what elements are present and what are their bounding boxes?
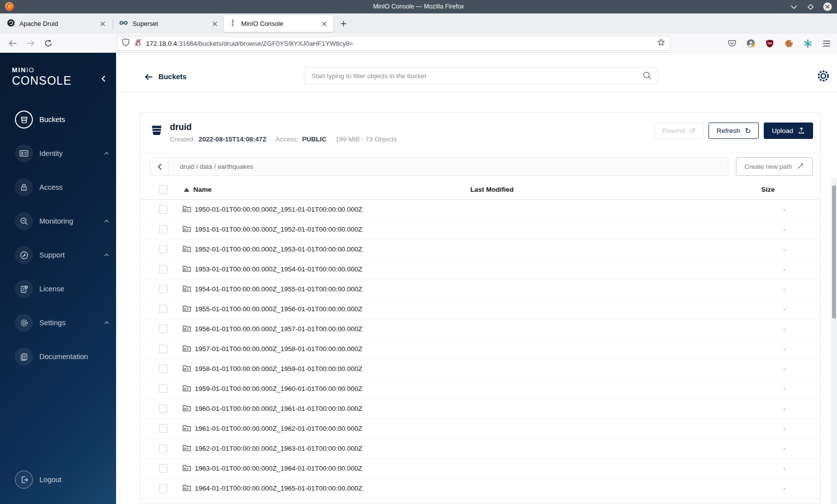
sidebar-item-license[interactable]: License <box>15 280 109 298</box>
sidebar-collapse-icon[interactable] <box>98 74 108 84</box>
object-name-cell[interactable]: 1961-01-01T00:00:00.000Z_1962-01-01T00:0… <box>168 424 470 433</box>
object-row[interactable]: 1956-01-01T00:00:00.000Z_1957-01-01T00:0… <box>140 319 820 339</box>
column-header-last-modified[interactable]: Last Modified <box>470 186 761 193</box>
object-name-cell[interactable]: 1956-01-01T00:00:00.000Z_1957-01-01T00:0… <box>168 325 470 334</box>
scrollbar-thumb[interactable] <box>832 185 836 319</box>
object-row[interactable]: 1962-01-01T00:00:00.000Z_1963-01-01T00:0… <box>140 439 820 459</box>
object-name-cell[interactable]: 1964-01-01T00:00:00.000Z_1965-01-01T00:0… <box>168 484 470 493</box>
search-input[interactable] <box>304 67 658 84</box>
object-row[interactable]: 1957-01-01T00:00:00.000Z_1958-01-01T00:0… <box>140 339 820 359</box>
object-row[interactable]: 1950-01-01T00:00:00.000Z_1951-01-01T00:0… <box>140 200 820 220</box>
object-name-cell[interactable]: 1954-01-01T00:00:00.000Z_1955-01-01T00:0… <box>168 285 470 294</box>
chevron-up-icon[interactable] <box>104 152 109 155</box>
object-name-cell[interactable]: 1950-01-01T00:00:00.000Z_1951-01-01T00:0… <box>168 205 470 214</box>
object-name-cell[interactable]: 1955-01-01T00:00:00.000Z_1956-01-01T00:0… <box>168 305 470 314</box>
row-checkbox[interactable] <box>159 464 167 473</box>
folder-icon <box>182 444 191 453</box>
bucket-settings-gear-icon[interactable] <box>816 69 830 83</box>
create-new-path-button[interactable]: Create new path <box>736 157 813 176</box>
pocket-icon[interactable] <box>725 37 738 49</box>
refresh-button[interactable]: Refresh ↻ <box>708 123 759 139</box>
tracking-shield-icon[interactable] <box>122 38 130 48</box>
object-row[interactable]: 1960-01-01T00:00:00.000Z_1961-01-01T00:0… <box>140 399 820 419</box>
row-checkbox[interactable] <box>159 265 167 273</box>
column-header-size[interactable]: Size <box>761 186 820 193</box>
row-checkbox[interactable] <box>159 404 167 413</box>
sidebar-item-monitoring[interactable]: Monitoring <box>15 212 109 230</box>
row-checkbox[interactable] <box>159 384 167 393</box>
object-name-cell[interactable]: 1953-01-01T00:00:00.000Z_1954-01-01T00:0… <box>168 265 470 274</box>
sidebar-item-support[interactable]: Support <box>15 246 109 264</box>
object-row[interactable]: 1954-01-01T00:00:00.000Z_1955-01-01T00:0… <box>140 279 820 299</box>
row-checkbox[interactable] <box>159 484 167 493</box>
object-row[interactable]: 1964-01-01T00:00:00.000Z_1965-01-01T00:0… <box>140 479 820 499</box>
row-checkbox[interactable] <box>159 225 167 234</box>
tab-apache-druid[interactable]: Apache Druid <box>2 15 112 32</box>
object-row[interactable]: 1955-01-01T00:00:00.000Z_1956-01-01T00:0… <box>140 299 820 319</box>
back-to-buckets-link[interactable]: Buckets <box>144 73 186 81</box>
object-name-cell[interactable]: 1957-01-01T00:00:00.000Z_1958-01-01T00:0… <box>168 345 470 354</box>
rewind-button[interactable]: Rewind ↺ <box>655 123 704 139</box>
account-icon[interactable] <box>744 37 757 49</box>
new-tab-icon[interactable] <box>336 17 350 31</box>
sidebar-item-identity[interactable]: Identity <box>15 144 109 162</box>
tab-close-icon[interactable] <box>210 19 220 29</box>
object-row[interactable]: 1959-01-01T00:00:00.000Z_1960-01-01T00:0… <box>140 379 820 399</box>
row-checkbox[interactable] <box>159 205 167 214</box>
insecure-lock-icon[interactable] <box>134 38 142 48</box>
select-all-checkbox[interactable] <box>159 185 167 194</box>
row-checkbox[interactable] <box>159 424 167 433</box>
row-checkbox[interactable] <box>159 285 167 293</box>
row-checkbox[interactable] <box>159 245 167 253</box>
cookie-icon[interactable] <box>782 37 795 49</box>
row-checkbox[interactable] <box>159 325 167 333</box>
created-label: Created: <box>170 135 195 143</box>
breadcrumb-back-icon[interactable] <box>150 158 169 175</box>
object-row[interactable]: 1961-01-01T00:00:00.000Z_1962-01-01T00:0… <box>140 419 820 439</box>
object-name-cell[interactable]: 1962-01-01T00:00:00.000Z_1963-01-01T00:0… <box>168 444 470 453</box>
menu-hamburger-icon[interactable] <box>820 37 833 49</box>
object-row[interactable]: 1953-01-01T00:00:00.000Z_1954-01-01T00:0… <box>140 259 820 279</box>
sidebar-item-buckets[interactable]: Buckets <box>15 111 109 128</box>
column-header-name[interactable]: Name <box>168 186 470 193</box>
forward-button-icon[interactable] <box>24 37 37 49</box>
tab-minio-console[interactable]: MinIO Console <box>224 15 333 32</box>
object-name-cell[interactable]: 1959-01-01T00:00:00.000Z_1960-01-01T00:0… <box>168 384 470 393</box>
row-checkbox[interactable] <box>159 365 167 373</box>
object-row[interactable]: 1963-01-01T00:00:00.000Z_1964-01-01T00:0… <box>140 459 820 479</box>
object-name: 1955-01-01T00:00:00.000Z_1956-01-01T00:0… <box>195 305 362 313</box>
sidebar-item-settings[interactable]: Settings <box>15 314 109 332</box>
reload-button-icon[interactable] <box>42 37 55 49</box>
ublock-origin-icon[interactable]: UO <box>763 37 776 49</box>
sidebar-item-logout[interactable]: Logout <box>15 471 109 489</box>
bookmark-star-icon[interactable] <box>657 38 665 48</box>
object-name-cell[interactable]: 1960-01-01T00:00:00.000Z_1961-01-01T00:0… <box>168 404 470 413</box>
object-name-cell[interactable]: 1951-01-01T00:00:00.000Z_1952-01-01T00:0… <box>168 225 470 234</box>
object-name-cell[interactable]: 1952-01-01T00:00:00.000Z_1953-01-01T00:0… <box>168 245 470 254</box>
breadcrumb-path[interactable]: druid / data / earthquakes <box>169 163 253 170</box>
row-checkbox[interactable] <box>159 444 167 453</box>
chevron-up-icon[interactable] <box>104 321 109 324</box>
chevron-up-icon[interactable] <box>104 220 109 223</box>
object-name-cell[interactable]: 1963-01-01T00:00:00.000Z_1964-01-01T00:0… <box>168 464 470 473</box>
object-row[interactable]: 1958-01-01T00:00:00.000Z_1959-01-01T00:0… <box>140 359 820 379</box>
row-checkbox[interactable] <box>159 345 167 353</box>
tab-close-icon[interactable] <box>98 19 108 29</box>
tab-superset[interactable]: Superset <box>114 15 224 32</box>
extension-asterisk-icon[interactable] <box>801 37 814 49</box>
object-row[interactable]: 1951-01-01T00:00:00.000Z_1952-01-01T00:0… <box>140 220 820 240</box>
upload-button[interactable]: Upload <box>764 123 813 139</box>
tab-close-icon[interactable] <box>319 19 329 29</box>
sidebar-item-access[interactable]: Access <box>15 178 109 196</box>
sidebar-item-documentation[interactable]: Documentation <box>15 348 109 366</box>
url-bar[interactable]: 172.18.0.4:31664/buckets/druid/browse/ZG… <box>117 36 671 51</box>
row-checkbox[interactable] <box>159 305 167 313</box>
tab-title: MinIO Console <box>241 20 319 27</box>
window-minimize-icon[interactable] <box>789 2 798 11</box>
window-close-icon[interactable] <box>823 2 832 11</box>
back-button-icon[interactable] <box>6 37 19 49</box>
object-row[interactable]: 1952-01-01T00:00:00.000Z_1953-01-01T00:0… <box>140 240 820 259</box>
window-maximize-icon[interactable] <box>806 2 815 11</box>
chevron-up-icon[interactable] <box>104 253 109 256</box>
object-name-cell[interactable]: 1958-01-01T00:00:00.000Z_1959-01-01T00:0… <box>168 365 470 374</box>
